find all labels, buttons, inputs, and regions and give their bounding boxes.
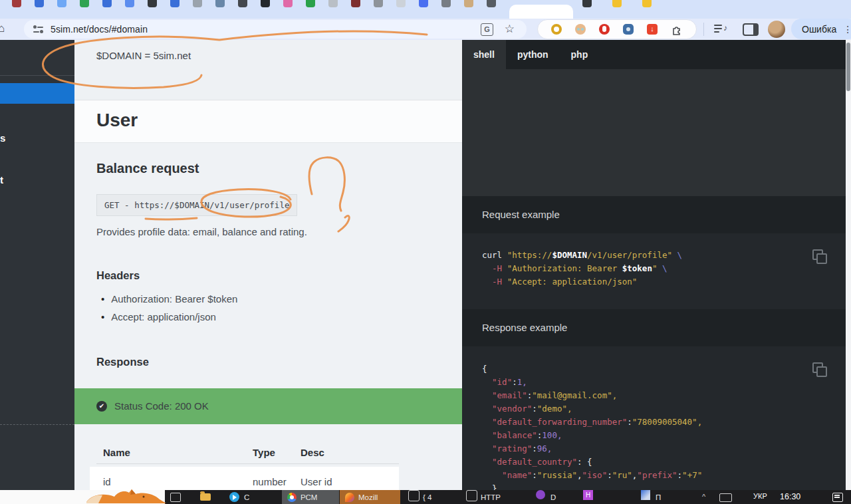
- code-line: }: [482, 482, 702, 490]
- extension-download-icon[interactable]: ↓: [647, 24, 658, 35]
- tab-favicon[interactable]: [102, 0, 112, 7]
- winicon-icon: [170, 493, 181, 502]
- tab-favicon[interactable]: [487, 0, 496, 7]
- tab-shell[interactable]: shell: [462, 40, 506, 69]
- address-bar[interactable]: 5sim.net/docs/#domain G ☆: [24, 20, 527, 39]
- media-queue-icon[interactable]: ♪: [714, 23, 727, 35]
- taskbar-app-Mozill[interactable]: Mozill: [340, 490, 400, 504]
- tab-python[interactable]: python: [506, 40, 560, 69]
- tab-favicon[interactable]: [215, 0, 225, 7]
- tab-favicon[interactable]: [57, 0, 66, 7]
- tab-favicon[interactable]: [582, 0, 592, 7]
- tab-favicon[interactable]: [374, 0, 383, 7]
- tab-favicon[interactable]: [306, 0, 315, 7]
- url-text[interactable]: 5sim.net/docs/#domain: [51, 24, 148, 35]
- taskbar-clock[interactable]: 16:30: [780, 490, 800, 504]
- bookmark-star-icon[interactable]: ☆: [505, 22, 515, 36]
- endpoint-snippet: GET - https://$DOMAIN/v1/user/profile: [96, 194, 297, 216]
- table-col-name: Name: [103, 447, 130, 458]
- tab-favicon[interactable]: [125, 0, 134, 7]
- fox-image: [85, 489, 168, 504]
- request-example-header: Request example: [462, 196, 846, 233]
- taskbar-keyboard[interactable]: [719, 490, 732, 504]
- tab-favicon[interactable]: [80, 0, 89, 7]
- extension-avatar-icon[interactable]: [575, 24, 586, 35]
- home-icon[interactable]: ⌂: [0, 22, 5, 35]
- tab-favicon[interactable]: [283, 0, 293, 7]
- profile-avatar[interactable]: [768, 21, 785, 38]
- taskbar-item-label: { 4: [423, 493, 431, 501]
- taskbar-item-label: D: [550, 493, 556, 501]
- taskbar-notif[interactable]: [832, 490, 843, 504]
- sidebar-item-label[interactable]: s: [0, 132, 5, 144]
- status-badge: ✔ Status Code: 200 OK: [74, 388, 462, 424]
- taskbar-winicon[interactable]: [170, 490, 181, 504]
- taskbar-purple-D[interactable]: D: [536, 490, 545, 504]
- tab-favicon[interactable]: [464, 0, 473, 7]
- taskbar-app-РСМ[interactable]: РСМ: [282, 490, 339, 504]
- tab-favicon[interactable]: [170, 0, 180, 7]
- site-info-icon[interactable]: [33, 25, 43, 34]
- taskbar-blueapp-П[interactable]: П: [641, 490, 650, 504]
- tab-favicon[interactable]: [642, 0, 652, 7]
- menu-dots-icon[interactable]: ⋮: [843, 24, 851, 35]
- tab-favicon[interactable]: [441, 0, 451, 7]
- extension-adblock-icon[interactable]: [599, 24, 610, 35]
- code-line: "id":1,: [482, 376, 702, 389]
- tab-favicon[interactable]: [396, 0, 406, 7]
- scrollbar-thumb[interactable]: [846, 43, 850, 91]
- tab-favicon[interactable]: [12, 0, 21, 7]
- tab-strip: [0, 0, 851, 19]
- scrollbar-track[interactable]: [846, 40, 851, 490]
- extensions-puzzle-icon[interactable]: [671, 23, 683, 35]
- request-code-block: curl "https://$DOMAIN/v1/user/profile" \…: [462, 233, 846, 309]
- chrome-icon: [287, 493, 297, 502]
- tab-favicon[interactable]: [261, 0, 270, 7]
- tab-php[interactable]: php: [560, 40, 600, 69]
- tab-favicon[interactable]: [238, 0, 247, 7]
- code-line: {: [482, 362, 702, 376]
- magenta-icon: H: [583, 490, 593, 500]
- table-row: id number User id: [90, 467, 399, 490]
- firefox-icon: [345, 493, 354, 502]
- extension-vpn-icon[interactable]: [623, 24, 634, 35]
- taskbar-folder[interactable]: [200, 490, 211, 504]
- tab-favicon[interactable]: [351, 0, 360, 7]
- active-tab[interactable]: [509, 5, 573, 19]
- taskbar-telegram-C[interactable]: C: [229, 490, 239, 504]
- copy-icon[interactable]: [812, 249, 827, 264]
- copy-icon[interactable]: [812, 362, 827, 377]
- table-col-desc: Desc: [301, 447, 324, 458]
- sidebar-item-label[interactable]: t: [0, 174, 3, 186]
- taskbar-wingroup-{ 4[interactable]: { 4: [408, 490, 420, 504]
- code-panel: shellpythonphp Request example curl "htt…: [462, 40, 846, 490]
- side-panel-icon[interactable]: [743, 23, 759, 36]
- taskbar-wingroup-HTTP[interactable]: HTTP: [466, 490, 477, 504]
- extension-ring-icon[interactable]: [551, 24, 562, 35]
- domain-note-block: $DOMAIN = 5sim.net: [74, 40, 462, 100]
- translate-icon[interactable]: G: [481, 23, 493, 36]
- taskbar-item-label: П: [656, 493, 661, 501]
- header-bullet: Accept: application/json: [101, 311, 237, 322]
- request-example-title: Request example: [482, 209, 560, 220]
- taskbar-magenta-H[interactable]: H: [583, 490, 593, 504]
- header-bullet: Authorization: Bearer $token: [101, 293, 237, 305]
- taskbar: CРСМMozill{ 4HTTPDHП^УКР16:30: [0, 490, 851, 504]
- tab-favicon[interactable]: [612, 0, 622, 7]
- tab-favicon[interactable]: [328, 0, 338, 7]
- response-title: Response: [96, 356, 149, 368]
- error-button[interactable]: Ошибка ⋮: [791, 19, 851, 39]
- sidebar-item-active[interactable]: [0, 83, 74, 104]
- keyboard-icon: [719, 493, 732, 502]
- response-example-title: Response example: [482, 322, 567, 333]
- tray-chevron-icon[interactable]: ^: [702, 490, 705, 504]
- language-indicator[interactable]: УКР: [753, 490, 767, 504]
- code-line: -H "Accept: application/json": [482, 275, 682, 289]
- cell-type: number: [253, 476, 287, 487]
- sidebar-divider: [0, 75, 74, 76]
- tab-favicon[interactable]: [419, 0, 428, 7]
- error-button-label: Ошибка: [791, 24, 836, 35]
- tab-favicon[interactable]: [35, 0, 44, 7]
- tab-favicon[interactable]: [193, 0, 202, 7]
- tab-favicon[interactable]: [148, 0, 157, 7]
